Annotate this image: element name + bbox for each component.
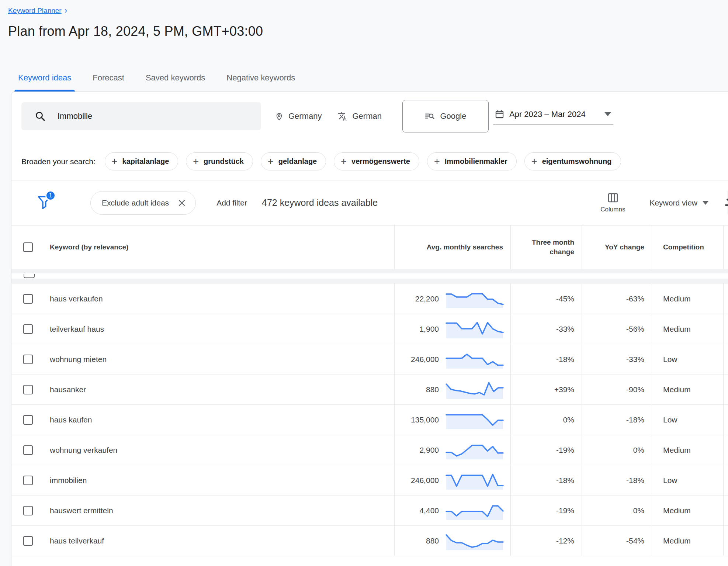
avg-monthly-searches-value: 2,900	[419, 446, 439, 455]
keyword-cell: haus kaufen	[50, 415, 92, 424]
select-all-checkbox[interactable]	[23, 242, 33, 252]
row-checkbox[interactable]	[23, 536, 33, 546]
yoy-change-value: -56%	[626, 325, 644, 334]
location-selector[interactable]: Germany	[274, 111, 322, 121]
page-header: Keyword Planner › Plan from Apr 18, 2024…	[0, 0, 728, 92]
avg-monthly-searches-value: 880	[426, 385, 439, 394]
date-range-selector[interactable]: Apr 2023 – Mar 2024	[493, 108, 613, 125]
row-checkbox[interactable]	[23, 476, 33, 485]
tab-negative-keywords[interactable]: Negative keywords	[226, 73, 296, 92]
search-icon	[35, 111, 46, 122]
three-month-change-value: -19%	[556, 446, 574, 455]
broaden-search-row: Broaden your search: + kapitalanlage + g…	[11, 152, 728, 170]
yoy-change-value: -18%	[626, 476, 644, 485]
header-yoy-change[interactable]: YoY change	[582, 225, 652, 269]
tab-keyword-ideas[interactable]: Keyword ideas	[17, 73, 72, 92]
location-pin-icon	[274, 111, 284, 121]
language-value: German	[352, 111, 381, 121]
plus-icon: +	[112, 156, 118, 166]
keyword-view-dropdown[interactable]: Keyword view	[649, 199, 708, 207]
three-month-change-value: -33%	[556, 325, 574, 334]
broaden-chip-label: vermögenswerte	[351, 157, 410, 166]
broaden-chip[interactable]: + vermögenswerte	[334, 152, 419, 170]
avg-monthly-searches-value: 135,000	[411, 415, 439, 424]
broaden-chip[interactable]: + Immobilienmakler	[427, 152, 517, 170]
tab-saved-keywords[interactable]: Saved keywords	[145, 73, 206, 92]
broaden-chip-label: Immobilienmakler	[445, 157, 507, 166]
three-month-change-value: -18%	[556, 355, 574, 364]
header-avg-monthly-searches[interactable]: Avg. monthly searches	[394, 225, 510, 269]
broaden-chip-label: kapitalanlage	[122, 157, 169, 166]
columns-button[interactable]: Columns	[600, 192, 625, 213]
row-checkbox[interactable]	[23, 294, 33, 304]
broaden-chip[interactable]: + grundstück	[186, 152, 253, 170]
row-spacer	[723, 284, 728, 314]
competition-value: Medium	[663, 325, 691, 334]
keyword-view-caret-icon	[703, 201, 708, 205]
competition-value: Medium	[663, 385, 691, 394]
filter-button[interactable]: 1	[37, 193, 53, 213]
plus-icon: +	[193, 156, 199, 166]
avg-monthly-searches-value: 22,200	[415, 294, 439, 303]
close-icon[interactable]	[178, 199, 186, 207]
table-row: hauswert ermitteln 4,400 -19% 0% Medium	[11, 496, 728, 526]
tab-bar: Keyword ideas Forecast Saved keywords Ne…	[17, 73, 296, 92]
yoy-change-value: -33%	[626, 355, 644, 364]
row-spacer	[723, 405, 728, 435]
exclude-adult-ideas-chip[interactable]: Exclude adult ideas	[90, 191, 196, 215]
broaden-chip[interactable]: + geldanlage	[261, 152, 326, 170]
table-row: haus verkaufen 22,200 -45% -63% Medium	[11, 284, 728, 314]
sparkline-chart	[445, 350, 505, 369]
row-spacer	[723, 344, 728, 374]
network-selector[interactable]: Google	[402, 100, 489, 132]
content-card: Germany German Google	[11, 92, 728, 566]
breadcrumb-chevron-icon: ›	[65, 6, 67, 15]
yoy-change-value: -18%	[626, 415, 644, 424]
three-month-change-value: 0%	[563, 415, 574, 424]
sparkline-chart	[445, 471, 505, 490]
three-month-change-value: -19%	[556, 506, 574, 515]
keyword-cell: immobilien	[50, 476, 87, 485]
competition-value: Low	[663, 476, 677, 485]
add-filter-button[interactable]: Add filter	[216, 199, 247, 207]
header-competition[interactable]: Competition	[652, 225, 723, 269]
plus-icon: +	[434, 156, 440, 166]
sparkline-chart	[445, 441, 505, 459]
competition-value: Medium	[663, 506, 691, 515]
row-spacer	[723, 435, 728, 465]
keyword-search-box[interactable]	[21, 102, 261, 130]
search-network-icon	[424, 111, 435, 121]
table-row: teilverkauf haus 1,900 -33% -56% Medium	[11, 314, 728, 344]
row-spacer	[723, 465, 728, 495]
header-three-month-change[interactable]: Three month change	[510, 225, 582, 269]
language-selector[interactable]: German	[338, 111, 381, 121]
exclude-chip-label: Exclude adult ideas	[102, 199, 169, 207]
competition-value: Medium	[663, 446, 691, 455]
row-checkbox[interactable]	[23, 506, 33, 515]
row-checkbox[interactable]	[23, 324, 33, 334]
broaden-chip[interactable]: + kapitalanlage	[105, 152, 178, 170]
tab-forecast[interactable]: Forecast	[92, 73, 125, 92]
competition-value: Low	[663, 355, 677, 364]
sparkline-chart	[445, 380, 505, 399]
row-checkbox[interactable]	[23, 385, 33, 394]
row-checkbox[interactable]	[23, 355, 33, 364]
breadcrumb-link[interactable]: Keyword Planner	[8, 7, 62, 15]
search-input[interactable]	[58, 111, 235, 121]
row-checkbox[interactable]	[23, 445, 33, 455]
keyword-cell: hauswert ermitteln	[50, 506, 113, 515]
row-checkbox[interactable]	[23, 415, 33, 425]
filter-toolbar: 1 Exclude adult ideas Add filter 472 key…	[11, 180, 728, 225]
keyword-ideas-table: Keyword (by relevance) Avg. monthly sear…	[11, 225, 728, 556]
sparkline-chart	[445, 320, 505, 338]
scrolled-row-remnant	[11, 269, 728, 284]
calendar-icon	[495, 109, 505, 119]
network-value: Google	[440, 111, 466, 121]
competition-value: Low	[663, 415, 677, 424]
keyword-cell: haus verkaufen	[50, 294, 103, 303]
download-icon[interactable]	[722, 194, 728, 208]
avg-monthly-searches-value: 4,400	[419, 506, 439, 515]
broaden-chip[interactable]: + eigentumswohnung	[524, 152, 621, 170]
row-spacer	[723, 314, 728, 344]
keyword-cell: haus teilverkauf	[50, 536, 104, 545]
